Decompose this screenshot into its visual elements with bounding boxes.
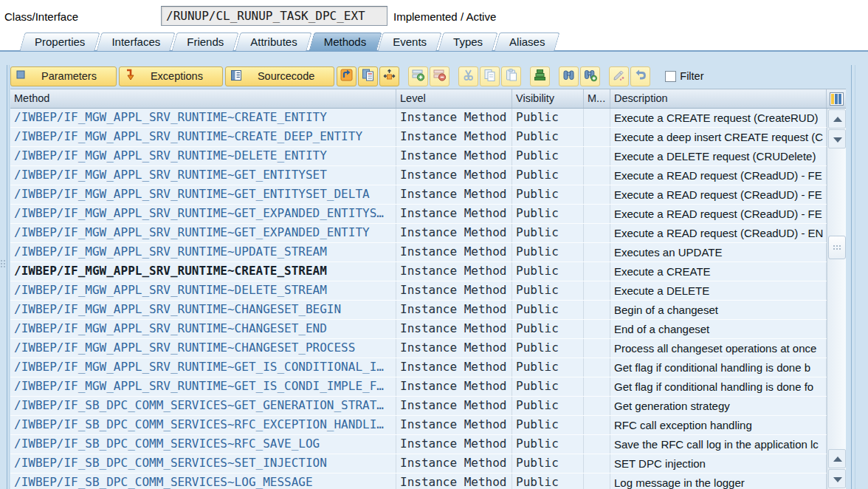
copy-button[interactable] bbox=[480, 66, 500, 86]
splitter-grip[interactable] bbox=[1, 260, 6, 279]
undo-icon bbox=[633, 68, 647, 84]
method-cell[interactable]: /IWBEP/IF_MGW_APPL_SRV_RUNTIME~CREATE_DE… bbox=[10, 128, 396, 146]
sourcecode-button[interactable]: Sourcecode bbox=[225, 66, 334, 86]
jump-button[interactable] bbox=[337, 66, 356, 86]
method-cell[interactable]: /IWBEP/IF_SB_DPC_COMM_SERVICES~RFC_SAVE_… bbox=[10, 435, 396, 454]
column-header-method[interactable]: Method bbox=[10, 89, 396, 108]
table-row[interactable]: /IWBEP/IF_MGW_APPL_SRV_RUNTIME~CHANGESET… bbox=[10, 320, 827, 339]
table-row[interactable]: /IWBEP/IF_MGW_APPL_SRV_RUNTIME~CREATE_EN… bbox=[10, 109, 827, 128]
table-row[interactable]: /IWBEP/IF_MGW_APPL_SRV_RUNTIME~DELETE_ST… bbox=[10, 281, 827, 301]
table-row[interactable]: /IWBEP/IF_MGW_APPL_SRV_RUNTIME~GET_ENTIT… bbox=[10, 166, 827, 185]
table-row[interactable]: /IWBEP/IF_SB_DPC_COMM_SERVICES~RFC_EXCEP… bbox=[10, 416, 827, 435]
right-border-line bbox=[851, 65, 852, 489]
level-cell: Instance Method bbox=[396, 377, 512, 396]
find-button[interactable] bbox=[559, 66, 579, 86]
table-row[interactable]: /IWBEP/IF_MGW_APPL_SRV_RUNTIME~CHANGESET… bbox=[10, 339, 827, 358]
column-config-icon bbox=[830, 92, 844, 106]
table-row[interactable]: /IWBEP/IF_SB_DPC_COMM_SERVICES~LOG_MESSA… bbox=[10, 473, 827, 489]
insert-row-button[interactable] bbox=[408, 66, 428, 86]
move-icon bbox=[382, 68, 396, 84]
method-cell[interactable]: /IWBEP/IF_MGW_APPL_SRV_RUNTIME~GET_ENTIT… bbox=[10, 185, 396, 204]
paste-button[interactable] bbox=[501, 66, 521, 86]
tab-events[interactable]: Events bbox=[380, 33, 439, 51]
delete-row-button[interactable] bbox=[430, 66, 450, 86]
column-header-level[interactable]: Level bbox=[396, 89, 512, 108]
scrollbar-thumb[interactable] bbox=[828, 236, 846, 259]
tab-properties[interactable]: Properties bbox=[22, 33, 97, 51]
method-cell[interactable]: /IWBEP/IF_MGW_APPL_SRV_RUNTIME~CHANGESET… bbox=[10, 339, 396, 358]
method-cell[interactable]: /IWBEP/IF_MGW_APPL_SRV_RUNTIME~CREATE_ST… bbox=[10, 262, 396, 281]
tab-interfaces[interactable]: Interfaces bbox=[99, 33, 173, 51]
exceptions-button[interactable]: Exceptions bbox=[119, 66, 223, 86]
tab-methods[interactable]: Methods bbox=[311, 33, 379, 51]
filter-control: Filter bbox=[665, 70, 703, 82]
tab-label: Events bbox=[380, 33, 439, 48]
tab-label: Attributes bbox=[238, 33, 309, 48]
tab-aliases[interactable]: Aliases bbox=[497, 33, 557, 51]
filter-checkbox[interactable] bbox=[665, 71, 676, 82]
copy-template-button[interactable] bbox=[358, 66, 378, 86]
level-cell: Instance Method bbox=[396, 205, 512, 223]
scroll-down-button[interactable] bbox=[828, 469, 846, 488]
table-row[interactable]: /IWBEP/IF_MGW_APPL_SRV_RUNTIME~DELETE_EN… bbox=[10, 147, 827, 166]
modeled-cell bbox=[584, 377, 610, 396]
method-cell[interactable]: /IWBEP/IF_MGW_APPL_SRV_RUNTIME~GET_IS_CO… bbox=[10, 377, 396, 396]
modeled-cell bbox=[584, 320, 610, 338]
sort-button[interactable] bbox=[530, 66, 550, 86]
method-cell[interactable]: /IWBEP/IF_MGW_APPL_SRV_RUNTIME~GET_EXPAN… bbox=[10, 224, 396, 242]
move-button[interactable] bbox=[379, 66, 399, 86]
method-cell[interactable]: /IWBEP/IF_MGW_APPL_SRV_RUNTIME~CREATE_EN… bbox=[10, 109, 396, 127]
method-cell[interactable]: /IWBEP/IF_MGW_APPL_SRV_RUNTIME~DELETE_ST… bbox=[10, 281, 396, 300]
tab-label: Interfaces bbox=[99, 33, 173, 48]
table-row[interactable]: /IWBEP/IF_MGW_APPL_SRV_RUNTIME~GET_EXPAN… bbox=[10, 224, 827, 243]
modify-button[interactable] bbox=[609, 66, 629, 86]
scroll-page-up-button[interactable] bbox=[828, 449, 846, 468]
description-cell: RFC call exception handling bbox=[610, 416, 827, 434]
scroll-up-button[interactable] bbox=[828, 109, 846, 129]
method-cell[interactable]: /IWBEP/IF_SB_DPC_COMM_SERVICES~SET_INJEC… bbox=[10, 454, 396, 473]
method-cell[interactable]: /IWBEP/IF_MGW_APPL_SRV_RUNTIME~UPDATE_ST… bbox=[10, 243, 396, 261]
method-cell[interactable]: /IWBEP/IF_MGW_APPL_SRV_RUNTIME~DELETE_EN… bbox=[10, 147, 396, 165]
method-cell[interactable]: /IWBEP/IF_SB_DPC_COMM_SERVICES~GET_GENER… bbox=[10, 397, 396, 415]
table-row[interactable]: /IWBEP/IF_MGW_APPL_SRV_RUNTIME~GET_IS_CO… bbox=[10, 377, 827, 397]
tab-strip: PropertiesInterfacesFriendsAttributesMet… bbox=[0, 33, 868, 51]
method-cell[interactable]: /IWBEP/IF_MGW_APPL_SRV_RUNTIME~CHANGESET… bbox=[10, 320, 396, 338]
insert-row-icon bbox=[411, 68, 425, 84]
undo-button[interactable] bbox=[630, 66, 650, 86]
table-row[interactable]: /IWBEP/IF_SB_DPC_COMM_SERVICES~GET_GENER… bbox=[10, 397, 827, 416]
level-cell: Instance Method bbox=[396, 301, 512, 319]
description-cell: SET DPC injection bbox=[610, 454, 827, 473]
table-row[interactable]: /IWBEP/IF_MGW_APPL_SRV_RUNTIME~CREATE_DE… bbox=[10, 128, 827, 147]
description-cell: Execute a CREATE request (CreateRUD) bbox=[610, 109, 827, 127]
table-row[interactable]: /IWBEP/IF_MGW_APPL_SRV_RUNTIME~UPDATE_ST… bbox=[10, 243, 827, 262]
table-row[interactable]: /IWBEP/IF_MGW_APPL_SRV_RUNTIME~CHANGESET… bbox=[10, 301, 827, 320]
scroll-page-down-button[interactable] bbox=[828, 129, 846, 148]
tab-attributes[interactable]: Attributes bbox=[238, 33, 309, 51]
method-cell[interactable]: /IWBEP/IF_MGW_APPL_SRV_RUNTIME~GET_ENTIT… bbox=[10, 166, 396, 185]
cut-button[interactable] bbox=[458, 66, 478, 86]
method-cell[interactable]: /IWBEP/IF_SB_DPC_COMM_SERVICES~LOG_MESSA… bbox=[10, 473, 396, 489]
find-next-button[interactable] bbox=[580, 66, 600, 86]
parameters-button[interactable]: Parameters bbox=[10, 66, 117, 86]
column-header-m[interactable]: M... bbox=[584, 89, 610, 108]
method-cell[interactable]: /IWBEP/IF_MGW_APPL_SRV_RUNTIME~GET_IS_CO… bbox=[10, 358, 396, 377]
vertical-scrollbar[interactable] bbox=[827, 109, 846, 489]
table-settings-button[interactable] bbox=[827, 89, 846, 108]
column-header-description[interactable]: Description bbox=[610, 89, 827, 108]
tab-types[interactable]: Types bbox=[441, 33, 495, 51]
column-header-visibility[interactable]: Visibility bbox=[512, 89, 584, 108]
method-cell[interactable]: /IWBEP/IF_SB_DPC_COMM_SERVICES~RFC_EXCEP… bbox=[10, 416, 396, 434]
class-name-input[interactable]: /RUNUP/CL_RUNUP_TASK_DPC_EXT bbox=[161, 6, 388, 26]
level-cell: Instance Method bbox=[396, 358, 512, 377]
table-row[interactable]: /IWBEP/IF_SB_DPC_COMM_SERVICES~SET_INJEC… bbox=[10, 454, 827, 473]
modeled-cell bbox=[584, 281, 610, 300]
method-cell[interactable]: /IWBEP/IF_MGW_APPL_SRV_RUNTIME~CHANGESET… bbox=[10, 301, 396, 319]
tab-friends[interactable]: Friends bbox=[174, 33, 236, 51]
table-row[interactable]: /IWBEP/IF_MGW_APPL_SRV_RUNTIME~GET_EXPAN… bbox=[10, 205, 827, 224]
method-cell[interactable]: /IWBEP/IF_MGW_APPL_SRV_RUNTIME~GET_EXPAN… bbox=[10, 205, 396, 223]
table-row[interactable]: /IWBEP/IF_SB_DPC_COMM_SERVICES~RFC_SAVE_… bbox=[10, 435, 827, 454]
table-row[interactable]: /IWBEP/IF_MGW_APPL_SRV_RUNTIME~GET_IS_CO… bbox=[10, 358, 827, 377]
modeled-cell bbox=[584, 224, 610, 242]
table-row[interactable]: /IWBEP/IF_MGW_APPL_SRV_RUNTIME~CREATE_ST… bbox=[10, 262, 827, 281]
table-row[interactable]: /IWBEP/IF_MGW_APPL_SRV_RUNTIME~GET_ENTIT… bbox=[10, 185, 827, 205]
